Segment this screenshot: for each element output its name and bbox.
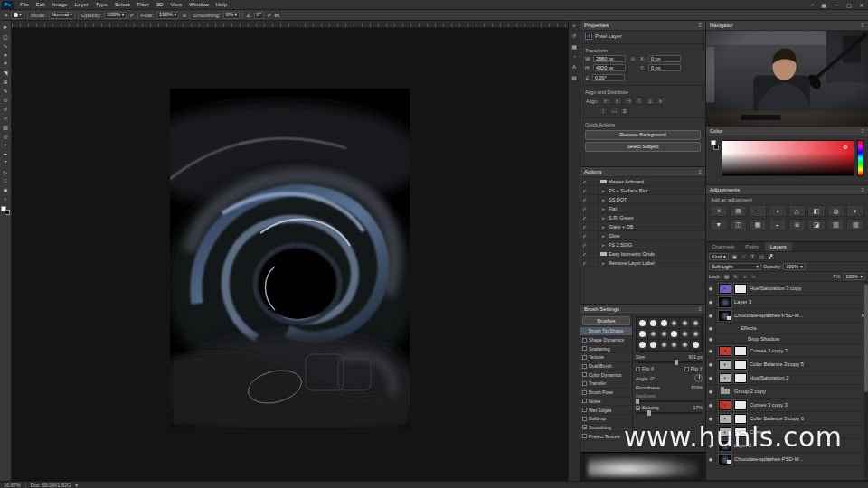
search-icon[interactable]: ⌕ [807, 2, 817, 8]
gradient-map-icon[interactable]: ▥ [827, 219, 845, 230]
foreground-background-swatches[interactable] [1, 206, 10, 215]
brush-option-checkbox[interactable] [582, 408, 587, 412]
close-button[interactable]: ✕ [855, 2, 868, 8]
action-type-icon[interactable] [599, 186, 609, 194]
layer-visibility-eye-icon[interactable] [706, 296, 716, 308]
layer-thumbnail[interactable] [719, 346, 731, 356]
spacing-value[interactable]: 17% [693, 405, 703, 410]
background-color-swatch[interactable] [5, 210, 10, 215]
action-type-icon[interactable] [599, 249, 609, 258]
document-artboard[interactable] [170, 89, 410, 427]
layer-thumbnail[interactable] [721, 389, 730, 394]
dodge-tool[interactable]: ◐ [0, 140, 11, 149]
maximize-button[interactable]: ▢ [843, 2, 855, 8]
layer-row[interactable]: Layer 3 fx [706, 296, 868, 309]
brush-preset-picker[interactable]: ▾ [11, 12, 24, 19]
selective-color-icon[interactable]: ▧ [846, 219, 864, 230]
panel-menu-icon[interactable]: ≡ [861, 187, 864, 192]
layer-row[interactable]: Hue/Saturation 2 fx [706, 371, 868, 385]
filter-type-layers-icon[interactable]: T [749, 253, 757, 260]
brush-tip-swatch[interactable] [659, 318, 669, 328]
link-dimensions-icon[interactable]: ⧉ [626, 56, 640, 62]
brush-option-checkbox[interactable] [582, 364, 587, 369]
distribute-horizontal-icon[interactable]: ⋮ [599, 107, 608, 115]
brush-tip-swatch[interactable] [669, 340, 679, 350]
brush-tip-swatch[interactable] [637, 329, 647, 339]
actions-panel-title[interactable]: Actions [584, 169, 602, 174]
shape-tool[interactable]: □ [0, 176, 11, 185]
brush-tip-swatch[interactable] [669, 329, 679, 339]
brushes-button[interactable]: Brushes [582, 316, 630, 325]
action-enabled-check-icon[interactable]: ✓ [580, 249, 590, 258]
brush-option-checkbox[interactable] [582, 417, 587, 421]
filter-pixel-layers-icon[interactable]: ▣ [731, 253, 739, 260]
brush-option-row[interactable]: Shape Dynamics [580, 336, 632, 345]
action-row[interactable]: ✓ SS DOT [580, 195, 705, 204]
history-brush-tool[interactable]: ↺ [0, 104, 11, 113]
layer-visibility-eye-icon[interactable] [706, 399, 716, 411]
quick-action-button[interactable]: Remove Background [585, 130, 701, 140]
layer-row[interactable]: Effects fx [706, 323, 868, 333]
spacing-slider-thumb[interactable] [647, 410, 651, 416]
action-dialog-toggle[interactable] [590, 177, 599, 185]
vibrance-icon[interactable]: △ [788, 205, 807, 217]
brush-angle-dial[interactable] [694, 374, 703, 382]
menu-item[interactable]: File [16, 2, 33, 7]
action-row[interactable]: ✓ Master Artboard [580, 177, 705, 186]
brush-option-row[interactable]: Wet Edges [580, 406, 632, 415]
size-slider[interactable] [636, 361, 703, 363]
layer-row[interactable]: Curves 3 copy 2 fx [706, 344, 868, 358]
action-dialog-toggle[interactable] [590, 222, 599, 230]
exposure-icon[interactable]: ◑ [769, 205, 787, 217]
color-fg-bg-swatches[interactable] [711, 140, 719, 153]
action-enabled-check-icon[interactable]: ✓ [580, 240, 590, 249]
docked-history-panel-icon[interactable]: ↺ [571, 33, 576, 39]
brush-option-checkbox[interactable] [582, 425, 587, 429]
opacity-select[interactable]: 100%▾ [104, 12, 127, 19]
layer-name[interactable]: Chocolate-splashes-PSD-M... [734, 456, 859, 462]
brush-tip-swatch[interactable] [680, 318, 690, 328]
distribute-vertical-icon[interactable]: ⋯ [609, 107, 618, 115]
docked-character-panel-icon[interactable]: A [572, 64, 576, 70]
panel-menu-icon[interactable]: ≡ [861, 128, 864, 134]
brush-option-checkbox[interactable] [582, 434, 587, 438]
layer-visibility-eye-icon[interactable] [706, 344, 716, 357]
brush-option-row[interactable]: Dual Brush [580, 362, 632, 371]
layer-thumbnail[interactable] [719, 455, 731, 465]
lock-all-icon[interactable]: ▪ [750, 273, 758, 280]
brush-tip-swatch[interactable] [648, 318, 658, 328]
action-enabled-check-icon[interactable]: ✓ [580, 258, 590, 267]
filter-smart-objects-icon[interactable]: ▞ [767, 253, 775, 260]
action-enabled-check-icon[interactable]: ✓ [580, 231, 590, 239]
layer-row[interactable]: Chocolate-splashes-PSD-M... fx [706, 453, 868, 466]
align-left-icon[interactable]: ⊢ [602, 97, 611, 105]
color-panel-title[interactable]: Color [710, 128, 722, 134]
layer-row[interactable]: Hue/Saturation 3 copy fx [706, 282, 868, 296]
action-type-icon[interactable] [599, 177, 609, 185]
action-row[interactable]: ✓ S.R. Green [580, 213, 705, 222]
action-enabled-check-icon[interactable]: ✓ [580, 177, 590, 185]
curves-icon[interactable]: ◔ [749, 205, 767, 217]
action-enabled-check-icon[interactable]: ✓ [580, 195, 590, 203]
layer-row[interactable]: Chocolate-splashes-PSD-M... fx [706, 309, 868, 323]
layer-mask-thumbnail[interactable] [734, 284, 747, 294]
align-center-h-icon[interactable]: ⊦ [613, 97, 622, 105]
pen-tool[interactable]: ✒ [0, 149, 11, 158]
lock-paint-icon[interactable]: ✎ [731, 273, 740, 280]
hand-tool[interactable]: ✱ [0, 185, 11, 194]
layer-name[interactable]: Color Balance 3 copy 5 [750, 361, 859, 367]
smoothing-select[interactable]: 0%▾ [223, 12, 241, 19]
layer-mask-thumbnail[interactable] [734, 400, 747, 410]
roundness-value[interactable]: 100% [691, 385, 703, 390]
brush-tip-swatch[interactable] [648, 329, 658, 339]
lock-transparency-icon[interactable]: ▨ [722, 273, 731, 280]
angle-value[interactable]: 0° [650, 376, 655, 381]
color-lookup-icon[interactable]: ▦ [749, 219, 767, 230]
action-type-icon[interactable] [599, 213, 609, 221]
layer-mask-thumbnail[interactable] [734, 360, 747, 370]
layer-name[interactable]: Effects [741, 325, 859, 331]
minimize-button[interactable]: — [830, 2, 843, 7]
layer-visibility-eye-icon[interactable] [706, 309, 716, 322]
action-row[interactable]: ✓ FS + Surface Blur [580, 186, 705, 195]
status-options-chevron-icon[interactable]: ▾ [75, 483, 78, 488]
